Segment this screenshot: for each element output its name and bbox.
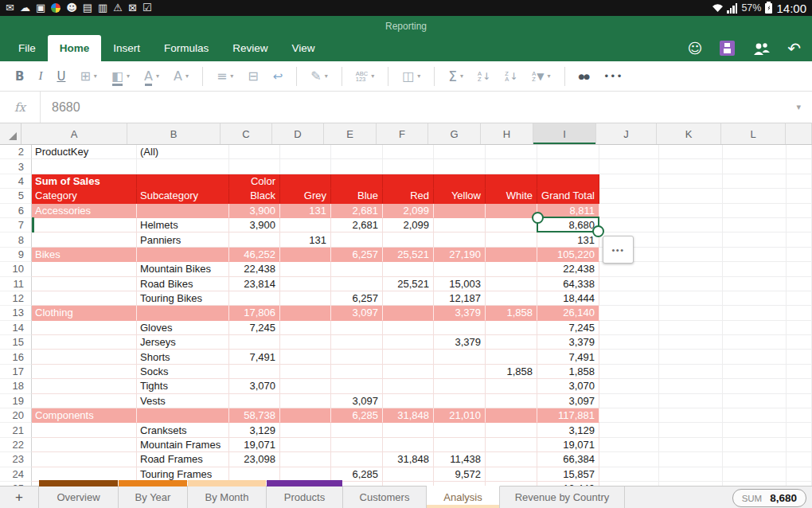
cell-B2[interactable]: (All) [137,145,229,159]
cell-L13[interactable] [723,306,787,320]
cell-H3[interactable] [486,159,537,174]
cell-14[interactable] [787,321,812,335]
cell-F9[interactable]: 25,521 [383,248,434,262]
cell-E16[interactable] [331,350,383,364]
sheet-tab-revenue-by-country[interactable]: Revenue by Country [500,487,625,508]
cell-E20[interactable]: 6,285 [331,408,383,423]
cell-I14[interactable]: 7,245 [537,321,599,335]
ribbon-tab-insert[interactable]: Insert [101,35,152,61]
column-header-K[interactable]: K [657,123,721,144]
formula-input[interactable]: 8680 [41,100,796,115]
cell-B23[interactable]: Road Frames [137,452,229,467]
cell-K5[interactable] [659,189,723,203]
cell-E12[interactable]: 6,257 [331,291,383,306]
sheet-tab-analysis[interactable]: Analysis [427,486,500,508]
cell-K24[interactable] [659,467,723,482]
cell-A22[interactable] [32,438,137,452]
cell-J18[interactable] [599,379,659,393]
autosum-button[interactable]: Σ▾ [448,68,463,84]
row-header-14[interactable]: 14 [0,321,32,335]
cell-B19[interactable]: Vests [137,394,229,408]
cell-G18[interactable] [434,379,486,393]
cell-H12[interactable] [486,291,537,306]
cell-C15[interactable] [229,335,280,350]
cell-G9[interactable]: 27,190 [434,248,486,262]
cell-H4[interactable] [486,174,537,189]
row-header-15[interactable]: 15 [0,335,32,350]
cell-L9[interactable] [723,248,787,262]
cell-B11[interactable]: Road Bikes [137,277,229,291]
cell-I11[interactable]: 64,338 [537,277,599,291]
cell-B5[interactable]: Subcategory [137,189,229,203]
row-header-19[interactable]: 19 [0,394,32,408]
select-all-corner[interactable] [0,123,21,144]
cell-F8[interactable] [383,233,434,247]
cell-C10[interactable]: 22,438 [229,262,280,276]
cell-K21[interactable] [659,423,723,437]
cell-K19[interactable] [659,394,723,408]
cell-L2[interactable] [723,145,787,159]
cell-A10[interactable] [32,262,137,276]
cell-I12[interactable]: 18,444 [537,291,599,306]
cell-A19[interactable] [32,394,137,408]
cell-I10[interactable]: 22,438 [537,262,599,276]
cell-I20[interactable]: 117,881 [537,408,599,423]
cell-L14[interactable] [723,321,787,335]
number-format-button[interactable]: ABC123▾ [356,71,374,82]
cell-D19[interactable] [280,394,331,408]
column-header-J[interactable]: J [596,123,657,144]
cell-C4[interactable]: Color [229,174,280,189]
cell-I8[interactable]: 131 [537,233,599,247]
cell-K8[interactable] [659,233,723,247]
sheet-tab-customers[interactable]: Customers [343,487,427,508]
ribbon-tab-review[interactable]: Review [221,35,279,61]
cell-F17[interactable] [383,365,434,379]
cell-E19[interactable]: 3,097 [331,394,383,408]
borders-button[interactable]: ⊞▾ [80,68,96,84]
cell-C20[interactable]: 58,738 [229,408,280,423]
column-header-D[interactable]: D [272,123,324,144]
cell-style-button[interactable]: ✎▾ [310,68,327,84]
cell-C16[interactable]: 7,491 [229,350,280,364]
cell-G24[interactable]: 9,572 [434,467,486,482]
cell-L19[interactable] [723,394,787,408]
row-header-23[interactable]: 23 [0,452,32,467]
cell-J3[interactable] [599,159,659,174]
cell-B3[interactable] [137,159,229,174]
cell-23[interactable] [787,452,812,467]
cell-J4[interactable] [599,174,659,189]
cell-12[interactable] [787,291,812,306]
cell-B14[interactable]: Gloves [137,321,229,335]
cell-K12[interactable] [659,291,723,306]
cell-F15[interactable] [383,335,434,350]
row-header-11[interactable]: 11 [0,277,32,291]
cell-C19[interactable] [229,394,280,408]
cell-D14[interactable] [280,321,331,335]
row-header-13[interactable]: 13 [0,306,32,320]
cell-K11[interactable] [659,277,723,291]
cell-F12[interactable] [383,291,434,306]
cell-K18[interactable] [659,379,723,393]
italic-button[interactable]: I [38,69,42,83]
cell-I23[interactable]: 66,384 [537,452,599,467]
cell-E10[interactable] [331,262,383,276]
cell-I4[interactable] [537,174,599,189]
cell-A18[interactable] [32,379,137,393]
column-header-C[interactable]: C [221,123,272,144]
cell-8[interactable] [787,233,812,247]
cell-B15[interactable]: Jerseys [137,335,229,350]
row-header-17[interactable]: 17 [0,365,32,379]
cell-B20[interactable] [137,408,229,423]
cell-11[interactable] [787,277,812,291]
cell-I24[interactable]: 15,857 [537,467,599,482]
cell-I3[interactable] [537,159,599,174]
cell-4[interactable] [787,174,812,189]
cell-D21[interactable] [280,423,331,437]
cell-J23[interactable] [599,452,659,467]
cell-H23[interactable] [486,452,537,467]
cell-H16[interactable] [486,350,537,364]
row-header-16[interactable]: 16 [0,350,32,364]
cell-I15[interactable]: 3,379 [537,335,599,350]
cell-21[interactable] [787,423,812,437]
cell-B21[interactable]: Cranksets [137,423,229,437]
